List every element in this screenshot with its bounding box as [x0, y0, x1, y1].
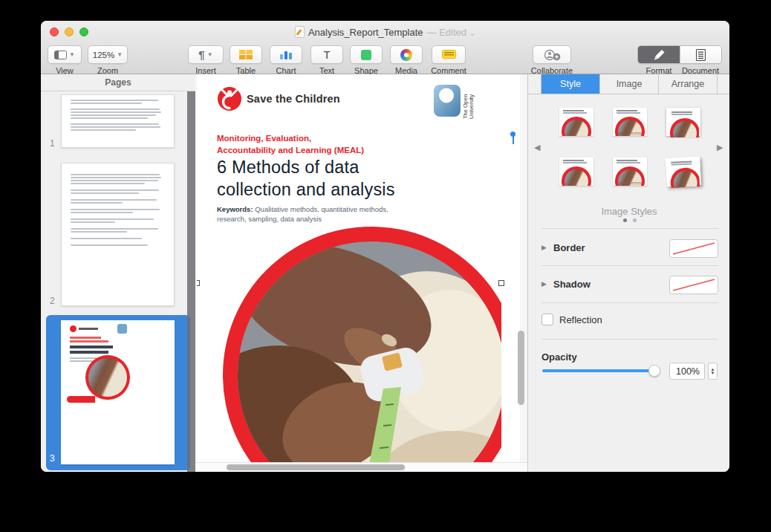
pages-sidebar: Pages 1: [41, 74, 195, 472]
document-button[interactable]: [680, 46, 721, 63]
shape-toolbar-item: Shape: [347, 44, 386, 75]
pages-document-icon: [295, 26, 305, 38]
collaborate-toolbar-item: Collaborate: [525, 44, 579, 75]
vertical-scrollbar[interactable]: [518, 331, 524, 405]
opacity-stepper[interactable]: ▲▼: [708, 363, 718, 380]
page-thumbnail-3[interactable]: [61, 320, 175, 464]
selection-handle-right[interactable]: [498, 280, 504, 286]
format-button[interactable]: [638, 46, 680, 63]
bar-chart-icon: [280, 50, 292, 59]
comment-toolbar-item: Comment: [426, 44, 472, 75]
image-style-thumb[interactable]: [613, 108, 647, 136]
border-disclosure-triangle[interactable]: ▶: [541, 244, 547, 251]
opacity-value-field[interactable]: 100%: [669, 363, 705, 380]
keywords-label: Keywords:: [217, 205, 253, 213]
zoom-button[interactable]: 125% ▼: [88, 45, 128, 64]
format-inspector-panel: Style Image Arrange ◀ ▶: [527, 74, 729, 472]
paintbrush-icon: [652, 49, 666, 60]
none-style-icon: [670, 276, 718, 293]
border-none-button[interactable]: [669, 239, 718, 258]
table-button[interactable]: [230, 45, 262, 64]
selection-handle-left[interactable]: [197, 280, 200, 286]
pages-app-window: Analysis_Report_Template — Edited ⌄ ▼ Vi…: [41, 21, 729, 472]
tab-image[interactable]: Image: [600, 74, 659, 94]
save-the-children-mark-icon: [217, 86, 242, 111]
shadow-none-button[interactable]: [669, 276, 718, 294]
table-toolbar-item: Table: [228, 44, 264, 75]
chevron-down-icon: ▼: [207, 52, 213, 58]
zoom-toolbar-item: 125% ▼ Zoom: [87, 44, 128, 75]
sidebar-scrollbar[interactable]: [187, 91, 195, 472]
insert-toolbar-item: ¶ ▼ Insert: [186, 44, 225, 75]
tab-style[interactable]: Style: [541, 74, 600, 94]
view-toolbar-item: ▼ View: [45, 44, 84, 75]
document-icon: [696, 49, 706, 61]
styles-page-dot-1[interactable]: [623, 218, 627, 222]
none-style-icon: [670, 240, 718, 257]
table-icon: [239, 50, 253, 59]
text-icon: T: [323, 49, 330, 60]
zoom-value: 125%: [93, 51, 114, 59]
image-style-thumb[interactable]: [559, 108, 593, 136]
opacity-label: Opacity: [541, 351, 577, 363]
comment-icon: [442, 50, 456, 60]
collaborate-button[interactable]: [533, 45, 571, 64]
pages-sidebar-header: Pages: [41, 74, 195, 91]
opacity-slider-track[interactable]: [542, 369, 657, 372]
pilcrow-icon: ¶: [198, 49, 204, 60]
border-label: Border: [553, 242, 585, 253]
image-styles-label: Image Styles: [528, 206, 729, 217]
cover-image[interactable]: [197, 215, 501, 462]
page-thumbnail-1[interactable]: [61, 94, 175, 148]
meal-heading: Monitoring, Evaluation, Accountability a…: [217, 132, 364, 156]
text-button[interactable]: T: [310, 45, 343, 64]
tab-arrange[interactable]: Arrange: [659, 74, 717, 94]
window-chrome: Analysis_Report_Template — Edited ⌄ ▼ Vi…: [41, 21, 729, 74]
image-style-thumb[interactable]: [559, 158, 593, 186]
muac-measurement-photo: [238, 241, 501, 462]
collaborate-person-icon: [543, 49, 561, 61]
page-number-2: 2: [50, 296, 55, 306]
sidebar-panel-icon: [54, 51, 67, 59]
media-pinwheel-icon: [400, 49, 412, 61]
styles-page-dot-2[interactable]: [633, 218, 637, 222]
document-title-text: 6 Methods of data collection and analysi…: [217, 156, 395, 201]
shadow-label: Shadow: [553, 279, 591, 290]
collaboration-cursor-pin: [510, 132, 515, 137]
insert-button[interactable]: ¶ ▼: [188, 45, 224, 64]
image-style-thumb[interactable]: [613, 158, 647, 186]
save-the-children-wordmark: Save the Children: [247, 93, 340, 105]
horizontal-scrollbar-track: [195, 462, 527, 472]
document-canvas: Save the Children The Open University: [195, 74, 527, 472]
image-style-thumb[interactable]: [666, 157, 701, 186]
chevron-down-icon: ▼: [69, 52, 75, 58]
comment-button[interactable]: [432, 45, 466, 64]
reflection-checkbox[interactable]: [541, 314, 553, 325]
page-number-1: 1: [50, 138, 55, 149]
shadow-disclosure-triangle[interactable]: ▶: [541, 280, 547, 288]
page-3-mini-cover: [61, 320, 175, 464]
media-button[interactable]: [390, 45, 423, 64]
red-circle-graphic: [223, 227, 501, 462]
edited-status-menu[interactable]: — Edited ⌄: [427, 27, 476, 38]
shape-button[interactable]: [350, 45, 383, 64]
horizontal-scrollbar[interactable]: [227, 464, 405, 470]
open-university-logo: [433, 84, 461, 120]
chevron-down-icon: ▼: [117, 52, 123, 58]
styles-next-arrow[interactable]: ▶: [717, 143, 723, 152]
image-style-thumb[interactable]: [666, 108, 700, 136]
save-the-children-logo: Save the Children: [217, 86, 340, 111]
reflection-label: Reflection: [559, 314, 602, 325]
view-button[interactable]: ▼: [48, 45, 82, 64]
page-thumbnail-2[interactable]: [61, 163, 175, 306]
open-university-wordmark: The Open University: [463, 83, 475, 119]
opacity-slider-thumb[interactable]: [648, 365, 660, 377]
document-page[interactable]: Save the Children The Open University: [197, 74, 520, 462]
styles-prev-arrow[interactable]: ◀: [534, 143, 540, 152]
chart-button[interactable]: [270, 45, 302, 64]
square-shape-icon: [361, 50, 371, 60]
inspector-segmented-control: [637, 45, 722, 64]
stepper-down-icon: ▼: [711, 372, 715, 375]
window-title: Analysis_Report_Template: [308, 27, 423, 38]
titlebar[interactable]: Analysis_Report_Template — Edited ⌄: [41, 21, 729, 43]
